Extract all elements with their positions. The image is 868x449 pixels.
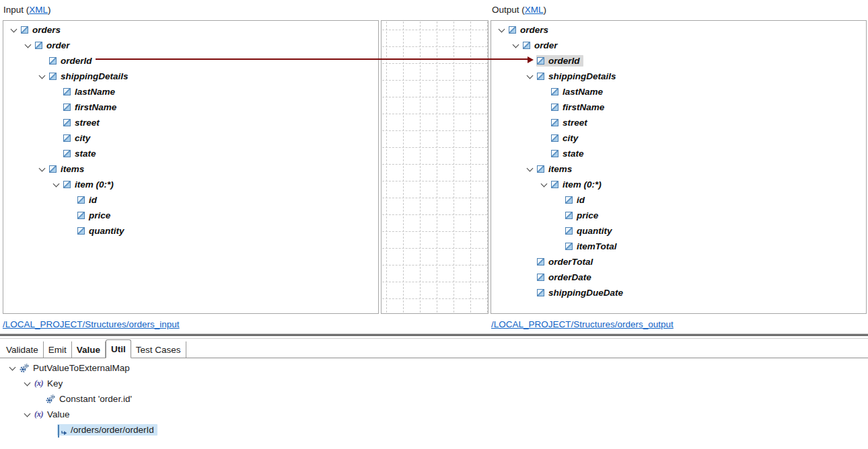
node-label: /orders/order/orderId [71, 425, 154, 435]
selected-node-highlight: orderId [536, 55, 583, 67]
output-node-shippingdetails[interactable]: shippingDetails [491, 69, 866, 84]
input-node-order[interactable]: order [3, 38, 378, 53]
output-node-firstname[interactable]: firstName [491, 99, 866, 115]
output-node-ordertotal[interactable]: orderTotal [491, 254, 866, 270]
output-node-orders[interactable]: orders [491, 22, 866, 38]
chevron-down-icon[interactable] [523, 168, 536, 171]
util-node-value[interactable]: (x)Value [0, 407, 868, 422]
splitter-shadow [0, 338, 868, 339]
output-node-quantity[interactable]: quantity [491, 223, 866, 239]
node-label: lastName [563, 87, 603, 97]
tab-emit[interactable]: Emit [44, 341, 72, 358]
output-node-city[interactable]: city [491, 130, 866, 146]
node-cell: shippingDetails [48, 71, 132, 82]
input-node-items[interactable]: items [3, 161, 378, 177]
input-node-item-0-[interactable]: item (0:*) [3, 177, 378, 192]
tab-validate[interactable]: Validate [1, 341, 44, 358]
tab-value[interactable]: Value [72, 341, 106, 358]
chevron-down-icon[interactable] [537, 183, 550, 186]
node-label: item (0:*) [75, 179, 114, 190]
input-node-id[interactable]: id [3, 192, 378, 208]
grid-line [437, 22, 437, 313]
mapping-canvas[interactable] [381, 20, 489, 314]
output-node-state[interactable]: state [491, 146, 866, 161]
node-label: id [577, 195, 585, 205]
node-label: Key [47, 378, 63, 389]
chevron-down-icon[interactable] [35, 168, 48, 171]
input-node-firstname[interactable]: firstName [3, 99, 378, 115]
xml-element-icon [58, 425, 59, 438]
input-node-orders[interactable]: orders [3, 22, 378, 38]
mapping-line-orderid[interactable] [96, 58, 528, 60]
util-node-key[interactable]: (x)Key [0, 376, 868, 391]
xml-element-icon [551, 150, 558, 157]
chevron-down-icon[interactable] [35, 75, 48, 78]
grid-line [382, 164, 487, 165]
output-node-items[interactable]: items [491, 161, 866, 177]
output-node-orderid[interactable]: orderId [491, 53, 866, 69]
tab-util[interactable]: Util [106, 339, 131, 358]
chevron-down-icon[interactable] [5, 367, 19, 370]
xml-element-icon [551, 134, 558, 142]
tab-test-cases[interactable]: Test Cases [131, 341, 186, 358]
xml-element-icon [35, 42, 42, 49]
input-structure-link[interactable]: /LOCAL_PROJECT/Structures/orders_input [3, 319, 180, 329]
xml-element-icon [21, 26, 28, 34]
chevron-down-icon[interactable] [7, 29, 20, 32]
chevron-down-icon[interactable] [49, 183, 63, 186]
util-node-putvaluetoexternalmap[interactable]: PutValueToExternalMap [0, 360, 868, 376]
grid-line [382, 130, 487, 131]
chevron-down-icon[interactable] [20, 413, 34, 416]
xml-element-icon [565, 227, 573, 235]
xml-element-icon [63, 88, 71, 95]
output-node-lastname[interactable]: lastName [491, 84, 866, 99]
xml-element-icon [77, 196, 85, 204]
input-node-quantity[interactable]: quantity [3, 223, 378, 239]
chevron-down-icon[interactable] [20, 382, 34, 385]
util-node--orders-order-orderid[interactable]: /orders/order/orderId [0, 422, 868, 438]
chevron-down-icon[interactable] [21, 44, 34, 47]
input-node-state[interactable]: state [3, 146, 378, 161]
xml-element-icon [565, 212, 573, 219]
chevron-down-icon[interactable] [495, 29, 508, 32]
horizontal-splitter[interactable] [0, 334, 868, 336]
node-label: price [89, 210, 110, 220]
node-cell: orderDate [536, 272, 595, 283]
output-node-itemtotal[interactable]: itemTotal [491, 239, 866, 254]
input-node-shippingdetails[interactable]: shippingDetails [3, 69, 378, 84]
node-label: quantity [89, 226, 124, 236]
node-cell: (x)Key [34, 378, 66, 389]
output-node-street[interactable]: street [491, 115, 866, 130]
grid-line [382, 298, 487, 299]
input-node-price[interactable]: price [3, 208, 378, 223]
output-node-orderdate[interactable]: orderDate [491, 270, 866, 285]
input-node-city[interactable]: city [3, 130, 378, 146]
util-function-tree: PutValueToExternalMap(x)KeyConstant 'ord… [0, 360, 868, 448]
node-label: city [75, 133, 90, 143]
gears-icon [46, 395, 55, 404]
chevron-down-icon[interactable] [509, 44, 522, 47]
output-node-shippingduedate[interactable]: shippingDueDate [491, 285, 866, 300]
input-node-lastname[interactable]: lastName [3, 84, 378, 99]
output-node-price[interactable]: price [491, 208, 866, 223]
grid-line [382, 80, 487, 81]
node-cell: orderId [48, 55, 96, 67]
input-node-street[interactable]: street [3, 115, 378, 130]
node-label: state [563, 149, 584, 159]
output-structure-link[interactable]: /LOCAL_PROJECT/Structures/orders_output [491, 319, 674, 329]
xml-element-icon [551, 181, 558, 188]
xml-element-icon [63, 134, 71, 142]
xml-element-icon [551, 104, 558, 111]
output-xml-link[interactable]: XML [525, 5, 544, 15]
input-xml-link[interactable]: XML [29, 5, 48, 15]
output-node-item-0-[interactable]: item (0:*) [491, 177, 866, 192]
node-label: itemTotal [577, 241, 617, 251]
output-node-id[interactable]: id [491, 192, 866, 208]
input-node-orderid[interactable]: orderId [3, 53, 378, 69]
xml-element-icon [537, 258, 544, 266]
node-cell: lastName [63, 86, 118, 97]
selected-node-highlight: /orders/order/orderId [57, 424, 157, 436]
util-node-constant-order-id-[interactable]: Constant 'order.id' [0, 391, 868, 407]
output-node-order[interactable]: order [491, 38, 866, 53]
chevron-down-icon[interactable] [523, 75, 536, 78]
